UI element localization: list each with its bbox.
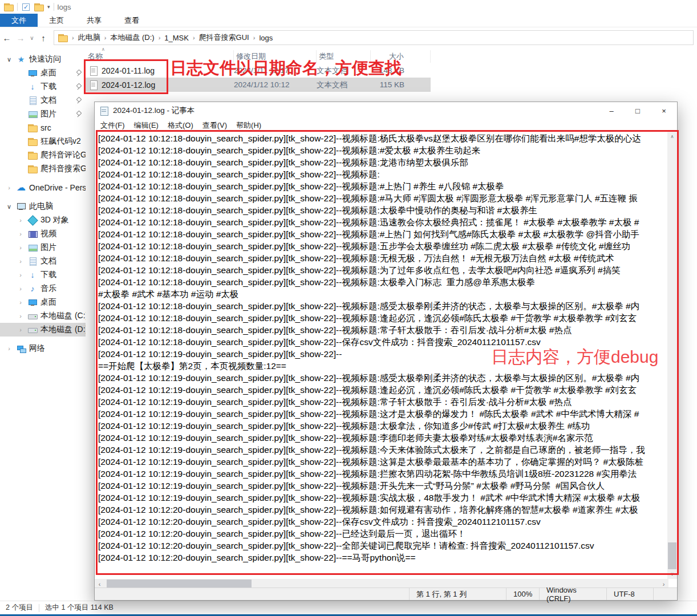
back-button[interactable]: ←: [0, 33, 14, 43]
sidebar-item-本地磁盘 (D:)[interactable]: ›本地磁盘 (D:): [0, 323, 86, 337]
breadcrumb-segment[interactable]: 此电脑: [78, 33, 100, 43]
forward-button[interactable]: →: [14, 33, 27, 43]
sidebar-item-图片[interactable]: ›图片: [0, 241, 86, 254]
titlebar-separator: [17, 3, 18, 11]
sidebar-item-label: 下载: [40, 270, 56, 280]
sidebar-item-label: 此电脑: [29, 201, 53, 212]
sidebar-item-label: 狂飙代码v2: [40, 136, 81, 147]
sidebar-item-label: 桌面: [40, 68, 56, 78]
breadcrumb-separator-icon: ›: [189, 34, 199, 41]
resize-grip[interactable]: [653, 588, 677, 600]
quick-access-properties-icon[interactable]: [21, 2, 30, 11]
status-filler: [95, 588, 409, 600]
sidebar-item-桌面[interactable]: 桌面: [0, 66, 86, 80]
expander-closed-icon[interactable]: ›: [17, 313, 24, 319]
drive-icon: [27, 325, 38, 334]
sidebar-item-狂飙代码v2[interactable]: 狂飙代码v2: [0, 135, 86, 148]
sidebar-item-文档[interactable]: 文档: [0, 94, 86, 107]
menu-编辑(E)[interactable]: 编辑(E): [129, 120, 163, 131]
sidebar-item-图片[interactable]: 图片: [0, 107, 86, 121]
ribbon-tab-共享[interactable]: 共享: [75, 14, 113, 27]
menu-帮助(H)[interactable]: 帮助(H): [232, 120, 266, 131]
breadcrumb-separator-icon: ›: [155, 34, 165, 41]
sidebar-item-本地磁盘 (C:)[interactable]: ›本地磁盘 (C:): [0, 309, 86, 323]
explorer-window-icon: [3, 2, 14, 11]
titlebar-separator: [54, 3, 54, 11]
sidebar-item-3D 对象[interactable]: ›3D 对象: [0, 213, 86, 227]
expander-closed-icon[interactable]: ›: [17, 217, 24, 224]
annotation-box-files: [84, 59, 168, 94]
expander-closed-icon[interactable]: ›: [17, 285, 24, 292]
desktop-icon: [27, 68, 38, 78]
breadcrumb-segment[interactable]: 1_MSK: [164, 34, 189, 42]
sidebar-item-下载[interactable]: 下载: [0, 80, 86, 94]
menu-格式(O)[interactable]: 格式(O): [163, 120, 198, 131]
history-dropdown-icon[interactable]: ∨: [27, 35, 37, 41]
minimize-button[interactable]: –: [598, 102, 625, 119]
expander-open-icon[interactable]: ∨: [6, 203, 13, 210]
annotation-text-files: 日志文件以日期命名，方便查找: [170, 57, 402, 80]
expander-closed-icon[interactable]: ›: [17, 244, 24, 251]
star-icon: [16, 55, 26, 64]
sidebar-item-视频[interactable]: ›视频: [0, 227, 86, 241]
expander-closed-icon[interactable]: ›: [17, 326, 24, 333]
pictures-icon: [27, 243, 38, 252]
window-controls: –□×: [598, 102, 677, 119]
sidebar-item-label: OneDrive - Pers: [29, 183, 86, 192]
sidebar-item-爬抖音搜索GUI[interactable]: 爬抖音搜索GUI: [0, 162, 86, 176]
sidebar-item-OneDrive - Pers[interactable]: ›OneDrive - Pers: [0, 181, 86, 194]
quick-access-customize-icon[interactable]: ▾: [47, 4, 50, 10]
breadcrumb-segment[interactable]: 爬抖音搜索GUI: [199, 33, 249, 43]
sidebar-item-label: 快速访问: [29, 54, 61, 64]
sidebar-item-爬抖音评论GUI[interactable]: 爬抖音评论GUI: [0, 148, 86, 162]
encoding: UTF-8: [606, 588, 653, 600]
sidebar-item-音乐[interactable]: ›音乐: [0, 282, 86, 295]
breadcrumb: ›此电脑›本地磁盘 (D:)›1_MSK›爬抖音搜索GUI›logs: [68, 33, 273, 43]
pin-icon: [75, 70, 82, 77]
sidebar-item-下载[interactable]: ›下载: [0, 268, 86, 282]
sidebar-item-label: 下载: [40, 82, 56, 92]
sidebar-item-桌面[interactable]: ›桌面: [0, 295, 86, 309]
maximize-button[interactable]: □: [625, 102, 651, 119]
drive-icon: [27, 311, 38, 321]
breadcrumb-segment[interactable]: 本地磁盘 (D:): [110, 33, 154, 43]
cube-icon: [27, 216, 38, 225]
sidebar-item-label: 网络: [29, 343, 45, 354]
expander-closed-icon[interactable]: ›: [17, 271, 24, 278]
sidebar-item-快速访问[interactable]: ∨快速访问: [0, 52, 86, 66]
menu-文件(F)[interactable]: 文件(F): [96, 120, 129, 131]
menu-查看(V)[interactable]: 查看(V): [198, 120, 232, 131]
breadcrumb-segment[interactable]: logs: [259, 34, 273, 42]
ribbon-tab-查看[interactable]: 查看: [113, 14, 151, 27]
sidebar-item-此电脑[interactable]: ∨此电脑: [0, 200, 86, 213]
sidebar-item-label: 3D 对象: [40, 215, 69, 225]
horizontal-scroll-thumb[interactable]: [107, 579, 252, 588]
close-button[interactable]: ×: [651, 102, 677, 119]
document-icon: [27, 96, 38, 105]
explorer-address-row: ← → ∨ ↑ ›此电脑›本地磁盘 (D:)›1_MSK›爬抖音搜索GUI›lo…: [0, 29, 697, 47]
explorer-sidebar: ∨快速访问桌面下载文档图片src狂飙代码v2爬抖音评论GUI爬抖音搜索GUI›O…: [0, 52, 86, 601]
sidebar-item-label: 桌面: [40, 297, 56, 307]
breadcrumb-separator-icon: ›: [68, 34, 78, 41]
notepad-titlebar[interactable]: 2024-01-12.log - 记事本 –□×: [95, 102, 677, 119]
expander-closed-icon[interactable]: ›: [17, 299, 24, 306]
sidebar-item-label: 音乐: [40, 283, 56, 294]
desktop-icon: [27, 298, 38, 307]
expander-closed-icon[interactable]: ›: [17, 230, 24, 237]
address-bar[interactable]: ›此电脑›本地磁盘 (D:)›1_MSK›爬抖音搜索GUI›logs: [54, 30, 694, 45]
quick-access-newfolder-icon[interactable]: [34, 2, 44, 11]
pin-icon: [75, 83, 82, 91]
sidebar-item-文档[interactable]: ›文档: [0, 254, 86, 268]
folder-icon: [27, 123, 38, 132]
sidebar-item-网络[interactable]: ›网络: [0, 342, 86, 355]
up-button[interactable]: ↑: [37, 33, 50, 43]
download-icon: [27, 82, 38, 91]
expander-closed-icon[interactable]: ›: [17, 258, 24, 265]
ribbon-tab-文件[interactable]: 文件: [0, 14, 38, 27]
expander-open-icon[interactable]: ∨: [6, 56, 13, 63]
address-folder-icon: [58, 33, 68, 42]
expander-closed-icon[interactable]: ›: [6, 184, 13, 191]
expander-closed-icon[interactable]: ›: [6, 345, 13, 352]
sidebar-item-src[interactable]: src: [0, 121, 86, 135]
ribbon-tab-主页[interactable]: 主页: [38, 14, 75, 27]
